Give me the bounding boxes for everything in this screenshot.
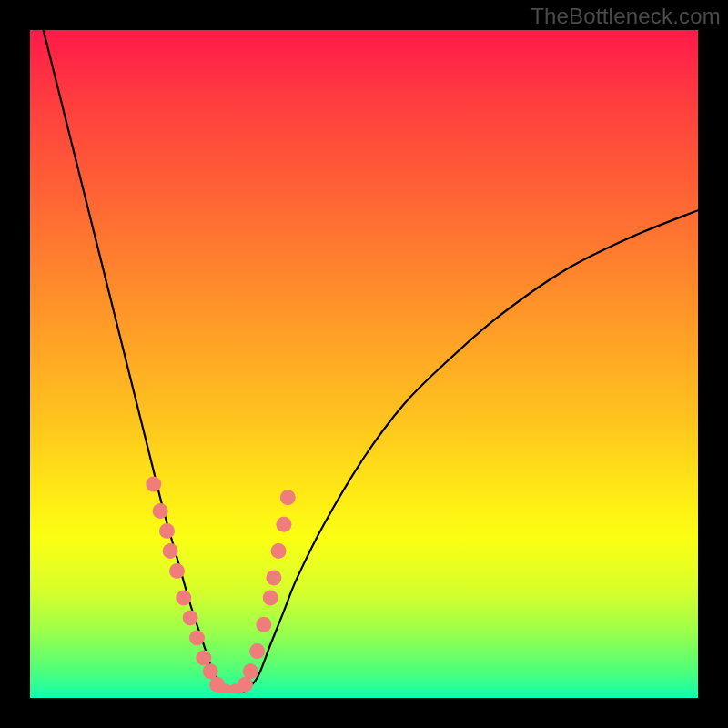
baseline-strip	[30, 693, 698, 698]
bottleneck-curve	[44, 30, 698, 695]
highlighted-point	[189, 630, 205, 645]
highlighted-point	[271, 543, 287, 559]
highlighted-point	[238, 677, 253, 693]
highlighted-point	[146, 477, 161, 492]
chart-frame: TheBottleneck.com	[0, 0, 728, 728]
highlighted-point	[203, 663, 218, 679]
highlighted-point	[280, 490, 296, 505]
highlighted-point	[169, 563, 185, 579]
highlighted-point	[256, 617, 271, 632]
highlighted-point	[196, 650, 211, 665]
curve-svg	[30, 30, 698, 698]
highlighted-point	[266, 570, 281, 585]
highlighted-point	[159, 523, 175, 539]
highlighted-point	[163, 543, 178, 559]
highlighted-point	[249, 643, 265, 659]
highlighted-point	[153, 503, 168, 519]
highlighted-points-group	[146, 477, 296, 698]
highlighted-point	[243, 663, 258, 679]
highlighted-point	[263, 590, 278, 605]
plot-area	[30, 30, 698, 698]
highlighted-point	[276, 517, 291, 532]
highlighted-point	[176, 590, 191, 605]
watermark-text: TheBottleneck.com	[531, 4, 721, 29]
highlighted-point	[183, 610, 198, 625]
